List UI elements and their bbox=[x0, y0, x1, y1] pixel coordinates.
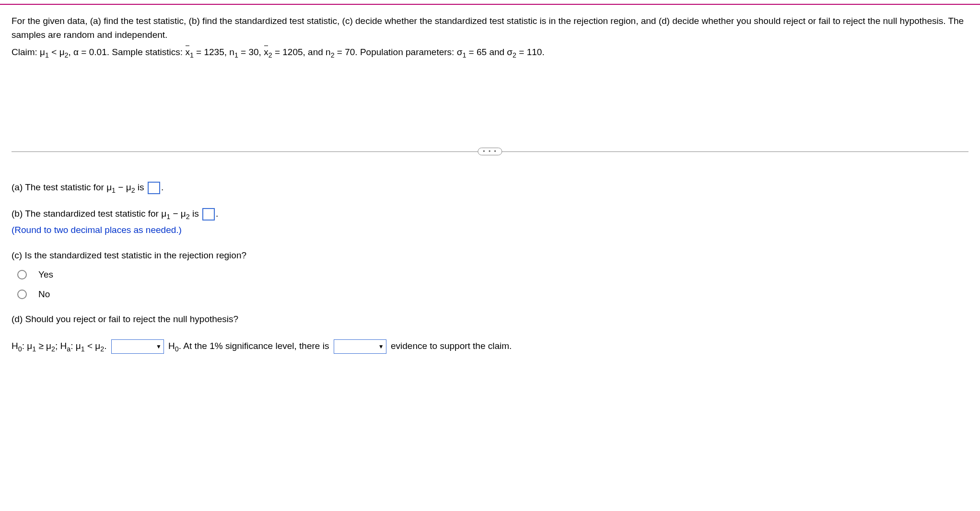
part-d: (d) Should you reject or fail to reject … bbox=[12, 312, 968, 326]
sigma2-sub: 2 bbox=[513, 51, 516, 59]
problem-intro: For the given data, (a) find the test st… bbox=[12, 14, 968, 42]
claim-alpha: , α = 0.01. Sample statistics: bbox=[69, 47, 186, 57]
part-d-text: (d) Should you reject or fail to reject … bbox=[12, 312, 968, 326]
part-a: (a) The test statistic for μ1 − μ2 is . bbox=[12, 180, 968, 196]
part-b-minus: − μ bbox=[170, 209, 186, 219]
radio-no-label: No bbox=[38, 287, 50, 302]
mid1-b: . At the 1% significance level, there is bbox=[179, 341, 332, 351]
part-c-text: (c) Is the standardized test statistic i… bbox=[12, 248, 968, 263]
part-b-input[interactable] bbox=[202, 208, 215, 221]
radio-circle-icon bbox=[17, 290, 27, 299]
ha-mu1: 1 bbox=[81, 345, 85, 353]
ha-lt: < μ bbox=[85, 341, 101, 351]
part-b-prefix: (b) The standardized test statistic for … bbox=[12, 209, 166, 219]
part-b-period: . bbox=[216, 209, 218, 219]
sigma1-val: = 65 and σ bbox=[466, 47, 513, 57]
ha-colon: : μ bbox=[70, 341, 81, 351]
expand-pill[interactable]: • • • bbox=[478, 148, 502, 155]
claim-line: Claim: μ1 < μ2, α = 0.01. Sample statist… bbox=[12, 46, 968, 60]
part-a-input[interactable] bbox=[148, 182, 160, 194]
h0-mu2: 2 bbox=[51, 345, 55, 353]
h0-sub: 0 bbox=[18, 345, 22, 353]
ha-period: . bbox=[104, 341, 109, 351]
n1-val: = 30, bbox=[238, 47, 264, 57]
xbar2-sub: 2 bbox=[268, 51, 272, 59]
evidence-dropdown[interactable]: ▼ bbox=[334, 339, 386, 354]
chevron-down-icon: ▼ bbox=[156, 341, 162, 352]
part-a-sub2: 2 bbox=[131, 186, 135, 194]
part-a-prefix: (a) The test statistic for μ bbox=[12, 182, 112, 192]
radio-no[interactable]: No bbox=[17, 287, 968, 302]
h0-mu1: 1 bbox=[32, 345, 36, 353]
conclusion-line: H0: μ1 ≥ μ2; Ha: μ1 < μ2. ▼ H0. At the 1… bbox=[12, 337, 968, 356]
radio-yes[interactable]: Yes bbox=[17, 267, 968, 282]
xbar2-val: = 1205, and n bbox=[272, 47, 331, 57]
n1-sub: 1 bbox=[234, 51, 238, 59]
part-b-is: is bbox=[190, 209, 201, 219]
claim-sub2: 2 bbox=[65, 51, 69, 59]
part-b-sub1: 1 bbox=[166, 213, 170, 221]
claim-text: Claim: μ bbox=[12, 47, 45, 57]
part-b: (b) The standardized test statistic for … bbox=[12, 207, 968, 238]
h0-prefix: H bbox=[12, 341, 18, 351]
part-a-minus: − μ bbox=[116, 182, 131, 192]
part-a-period: . bbox=[161, 182, 163, 192]
mid2: evidence to support the claim. bbox=[391, 341, 512, 351]
xbar2: x bbox=[264, 46, 268, 59]
claim-lt: < μ bbox=[49, 47, 65, 57]
n2-sub: 2 bbox=[331, 51, 335, 59]
chevron-down-icon: ▼ bbox=[378, 341, 384, 352]
part-a-sub1: 1 bbox=[112, 186, 116, 194]
question-container: For the given data, (a) find the test st… bbox=[0, 4, 980, 366]
h0-semi: ; H bbox=[55, 341, 67, 351]
reject-dropdown[interactable]: ▼ bbox=[111, 339, 164, 354]
radio-circle-icon bbox=[17, 270, 27, 279]
sigma2-val: = 110. bbox=[516, 47, 545, 57]
part-b-sub2: 2 bbox=[186, 213, 190, 221]
n2-val: = 70. Population parameters: σ bbox=[335, 47, 463, 57]
h0-ge: ≥ μ bbox=[36, 341, 51, 351]
xbar1-val: = 1235, n bbox=[194, 47, 234, 57]
section-divider: • • • bbox=[12, 147, 968, 156]
xbar1-sub: 1 bbox=[190, 51, 194, 59]
part-c-options: Yes No bbox=[12, 267, 968, 302]
part-b-hint: (Round to two decimal places as needed.) bbox=[12, 223, 968, 237]
mid1-a: H bbox=[168, 341, 175, 351]
part-a-is: is bbox=[135, 182, 147, 192]
radio-yes-label: Yes bbox=[38, 267, 53, 282]
claim-sub1: 1 bbox=[45, 51, 49, 59]
h0-colon: : μ bbox=[22, 341, 33, 351]
mid1-sub: 0 bbox=[175, 345, 179, 353]
part-c: (c) Is the standardized test statistic i… bbox=[12, 248, 968, 302]
xbar1: x bbox=[185, 46, 190, 59]
